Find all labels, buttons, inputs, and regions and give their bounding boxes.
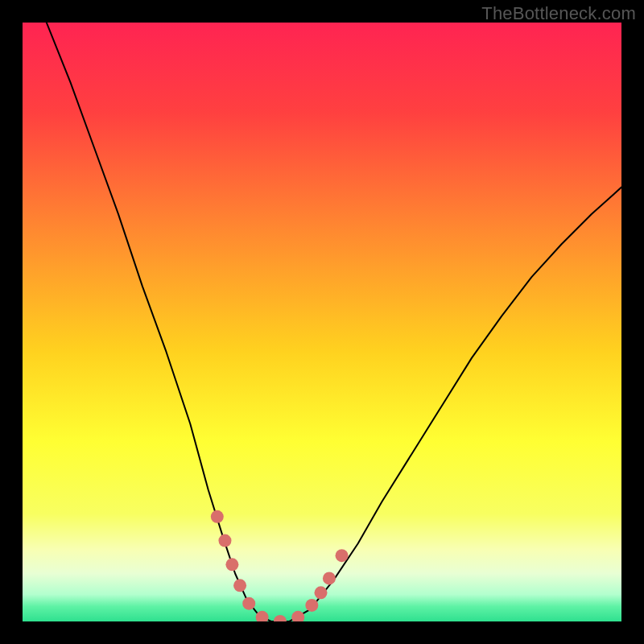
data-marker	[218, 535, 231, 547]
data-marker	[211, 510, 224, 523]
data-marker	[225, 558, 238, 571]
data-marker	[323, 572, 336, 584]
bottleneck-curve-chart	[23, 23, 621, 621]
data-marker	[336, 549, 349, 562]
data-marker	[242, 597, 255, 610]
chart-frame: TheBottleneck.com	[0, 0, 644, 644]
gradient-background	[23, 23, 621, 621]
data-marker	[305, 599, 318, 612]
watermark-text: TheBottleneck.com	[481, 3, 636, 24]
data-marker	[233, 579, 246, 592]
plot-area	[23, 23, 621, 621]
data-marker	[315, 586, 328, 599]
